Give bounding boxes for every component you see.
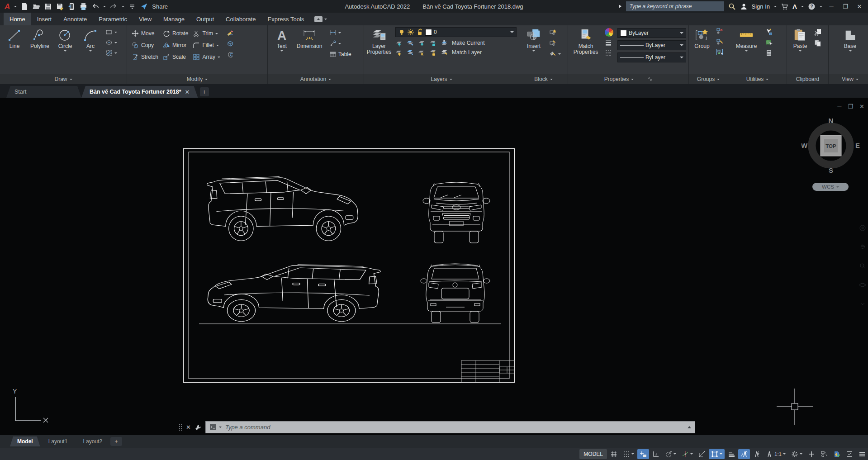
modify-panel-label[interactable]: Modify [127,74,267,84]
zoom-extents-icon[interactable] [859,262,866,270]
autodesk-caret-icon[interactable] [801,6,804,7]
command-input-field[interactable] [205,421,695,433]
wcs-button[interactable]: WCS [812,183,849,191]
lineweight-display-button[interactable] [726,449,737,459]
command-input[interactable] [224,423,685,431]
ungroup-icon[interactable] [716,28,723,35]
command-close-icon[interactable]: ✕ [186,424,191,431]
viewcube[interactable]: TOP N S W E [802,116,860,175]
user-icon[interactable] [740,3,748,10]
table-button[interactable]: Table [329,51,351,58]
quick-calc-icon[interactable] [765,49,773,57]
cut-icon[interactable] [814,28,821,36]
snap-mode-button[interactable] [621,449,636,459]
sign-in-caret-icon[interactable] [774,6,777,7]
layer-unlock-tool-icon[interactable] [429,49,436,56]
save-icon[interactable] [44,3,52,10]
annotation-monitor-button[interactable] [806,449,817,459]
match-layer-icon[interactable] [441,49,448,56]
layer-thaw-tool-icon[interactable] [418,49,425,56]
grid-display-button[interactable] [608,449,620,459]
rotate-button[interactable]: Rotate [163,29,188,38]
measure-caret-icon[interactable] [745,50,748,52]
tab-insert[interactable]: Insert [31,13,58,25]
search-icon[interactable] [728,3,736,10]
leader-button[interactable] [329,40,351,47]
make-current-icon[interactable] [441,39,448,47]
doc-minimize-icon[interactable]: ─ [837,103,841,110]
model-space-button[interactable]: MODEL [579,449,607,459]
file-tab-drawing[interactable]: Bản vẽ Cad Toyota Fortuner 2018*✕ [81,86,198,98]
id-point-icon[interactable] [765,39,773,46]
isometric-drafting-button[interactable] [679,449,695,459]
isolate-objects-button[interactable] [818,449,830,459]
base-caret-icon[interactable] [849,50,852,52]
utilities-panel-label[interactable]: Utilities [728,74,787,84]
orbit-icon[interactable] [859,281,866,289]
array-button[interactable]: Array [193,53,220,61]
match-layer-label[interactable]: Match Layer [452,49,482,56]
doc-close-icon[interactable]: ✕ [859,103,864,110]
layer-properties-button[interactable]: Layer Properties [366,27,392,55]
groups-panel-label[interactable]: Groups [689,74,728,84]
plot-icon[interactable] [80,3,87,10]
layout-tab-layout1[interactable]: Layout1 [41,436,75,446]
insert-caret-icon[interactable] [532,50,535,52]
measure-button[interactable]: Measure [734,27,759,52]
define-attributes-button[interactable] [549,50,561,57]
command-history-caret-icon[interactable] [219,427,222,428]
arc-caret-icon[interactable] [89,50,92,52]
hatch-button[interactable] [105,49,117,57]
linetype-icon[interactable] [605,49,612,57]
view-panel-label[interactable]: View [829,74,868,84]
draw-panel-label[interactable]: Draw [0,74,127,84]
paste-button[interactable]: Paste [791,27,810,52]
help-icon[interactable]: ? [808,3,816,10]
layer-unisolate-icon[interactable] [407,49,414,56]
navbar-more-icon[interactable] [859,300,866,308]
color-wheel-icon[interactable] [605,28,613,37]
annotation-scale-button[interactable]: 1:1 [764,449,788,459]
object-snap-button[interactable] [709,449,725,459]
insert-button[interactable]: Insert [523,27,545,52]
share-label[interactable]: Share [152,3,168,10]
group-selection-icon[interactable] [716,48,723,56]
file-tab-start[interactable]: Start [6,86,81,98]
help-caret-icon[interactable] [820,6,822,7]
circle-caret-icon[interactable] [64,50,66,52]
move-button[interactable]: Move [132,29,158,38]
autocad-logo-icon[interactable]: A [5,3,10,10]
new-layout-button[interactable]: + [110,437,122,446]
save-as-icon[interactable] [56,3,64,10]
arc-button[interactable]: Arc [78,27,103,52]
annotation-visibility-button[interactable] [738,449,750,459]
line-button[interactable]: Line [2,27,27,49]
search-input[interactable] [629,3,721,10]
tab-express-tools[interactable]: Express Tools [262,13,310,25]
full-navigation-wheel-icon[interactable] [859,224,866,232]
workspace-switching-button[interactable] [789,449,805,459]
offset-icon[interactable] [227,51,234,58]
layout-tab-model[interactable]: Model [10,436,40,446]
restore-button[interactable]: ❐ [840,3,850,10]
drawing-canvas[interactable]: ─ ❐ ✕ [0,98,868,435]
object-snap-tracking-button[interactable] [696,449,708,459]
redo-caret-icon[interactable] [122,6,124,7]
copy-button[interactable]: Copy [132,41,158,49]
qat-customize-icon[interactable] [128,3,136,10]
open-file-icon[interactable] [33,3,40,10]
ortho-mode-button[interactable] [650,449,662,459]
clean-screen-button[interactable] [844,449,855,459]
navigation-bar[interactable] [859,224,866,308]
dimension-button[interactable]: Dimension [295,27,324,49]
quick-select-icon[interactable] [765,28,773,36]
autodesk-logo-icon[interactable]: Λ [792,3,797,10]
tab-parametric[interactable]: Parametric [93,13,133,25]
ribbon-display-button[interactable] [314,13,327,25]
create-block-icon[interactable] [549,28,556,36]
minimize-button[interactable]: ─ [826,3,836,10]
redo-icon[interactable] [110,3,118,10]
match-properties-button[interactable]: Match Properties [572,27,600,55]
viewcube-south[interactable]: S [829,166,833,174]
auto-scale-button[interactable] [751,449,763,459]
